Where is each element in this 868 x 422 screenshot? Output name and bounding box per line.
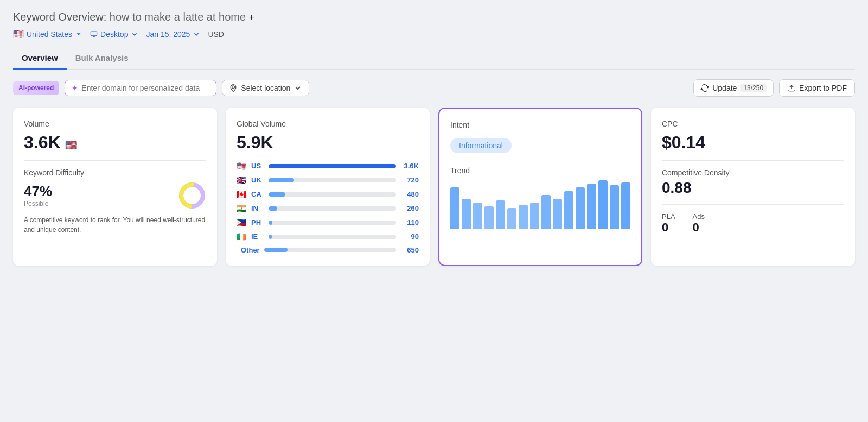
domain-input-wrap: ✦ [65,80,216,96]
trend-bar [587,184,596,229]
difficulty-sublabel: Possible [24,200,170,207]
trend-bar [541,195,551,229]
toolbar: AI-powered ✦ Select location Update 13/2… [13,79,855,97]
ads-item: Ads 0 [693,212,705,235]
bar-fill [269,206,277,211]
trend-bar [484,206,494,229]
country-value: 90 [400,232,419,241]
country-value: 3.6K [400,162,419,170]
cpc-card: CPC $0.14 Competitive Density 0.88 PLA 0… [651,108,855,266]
currency-label: USD [208,30,224,39]
difficulty-value: 47% [24,183,170,200]
keyword-text: how to make a latte at home [110,11,246,23]
us-flag: 🇺🇸 [13,29,24,39]
country-value: 720 [400,176,419,184]
country-code: Other [241,246,260,254]
add-to-list-icon[interactable]: + [249,12,254,22]
country-flag: 🇨🇦 [237,190,247,199]
select-location-btn[interactable]: Select location [222,80,309,96]
bar-background [269,164,396,168]
update-button[interactable]: Update 13/250 [693,79,774,97]
domain-input[interactable] [81,84,209,92]
country-flag: 🇺🇸 [237,161,247,171]
country-list: 🇺🇸 US 3.6K 🇬🇧 UK 720 🇨🇦 CA 480 🇮🇳 IN [237,161,419,254]
country-flag: 🇮🇪 [237,232,247,242]
intent-label: Intent [450,121,630,129]
trend-label: Trend [450,166,630,175]
location-filter[interactable]: 🇺🇸 United States [13,29,82,39]
trend-bar [450,187,459,229]
country-code[interactable]: PH [251,218,264,226]
chevron-down-icon [193,30,200,38]
country-value: 260 [400,204,419,212]
cpc-label: CPC [662,119,844,128]
title-prefix: Keyword Overview: [13,11,106,23]
export-label: Export to PDF [799,84,847,92]
trend-bar [507,208,516,229]
trend-bar [519,205,528,229]
bar-background [269,178,396,182]
ads-value: 0 [693,221,705,235]
bar-fill [264,248,288,252]
competitive-density-label: Competitive Density [662,168,844,177]
bar-background [269,235,396,239]
date-filter[interactable]: Jan 15, 2025 [146,30,200,39]
pla-item: PLA 0 [662,212,675,235]
global-volume-value: 5.9K [237,133,419,153]
refresh-icon [700,84,709,92]
country-code[interactable]: CA [251,190,264,198]
global-volume-card: Global Volume 5.9K 🇺🇸 US 3.6K 🇬🇧 UK 720 … [226,108,430,266]
tab-overview[interactable]: Overview [13,48,67,70]
trend-bar [598,180,608,229]
device-label: Desktop [100,30,128,39]
tabs: Overview Bulk Analysis [13,48,855,70]
trend-bar [473,203,482,229]
bar-fill [269,164,396,168]
difficulty-description: A competitive keyword to rank for. You w… [24,215,206,235]
country-code[interactable]: UK [251,176,264,184]
ai-powered-badge: AI-powered [13,81,59,95]
kd-label: Keyword Difficulty [24,168,206,177]
trend-bar [621,182,630,229]
device-filter[interactable]: Desktop [90,30,138,39]
bar-fill [269,235,272,239]
ads-label: Ads [693,212,705,221]
page-header: Keyword Overview: how to make a latte at… [13,11,855,23]
location-label: United States [27,30,72,39]
toolbar-right: Update 13/250 Export to PDF [693,79,855,97]
country-value: 110 [400,218,419,226]
bar-background [269,206,396,211]
update-label: Update [712,84,737,92]
export-button[interactable]: Export to PDF [779,79,855,97]
country-flag: 🇬🇧 [237,175,247,185]
location-label: Select location [241,84,290,92]
country-value: 650 [400,246,419,254]
difficulty-row: 47% Possible [24,181,206,210]
pla-value: 0 [662,221,675,235]
intent-card: Intent Informational Trend [438,108,642,266]
chevron-down-icon [75,30,82,38]
sparkle-icon: ✦ [72,84,78,92]
country-code[interactable]: US [251,162,264,170]
list-item: 🇺🇸 US 3.6K [237,161,419,171]
cards-grid: Volume 3.6K 🇺🇸 Keyword Difficulty 47% Po… [13,108,855,266]
trend-bar [564,191,573,229]
svg-rect-0 [91,32,97,36]
list-item: Other 650 [237,246,419,254]
trend-bar [496,200,505,229]
country-code[interactable]: IN [251,204,264,212]
tab-bulk-analysis[interactable]: Bulk Analysis [67,48,137,70]
bar-background [264,248,396,252]
chevron-down-icon [131,30,138,38]
trend-bar [553,199,562,229]
date-label: Jan 15, 2025 [146,30,190,39]
country-flag: 🇵🇭 [237,218,247,228]
trend-chart [450,180,630,229]
filter-bar: 🇺🇸 United States Desktop Jan 15, 2025 US… [13,29,855,39]
trend-bar [530,203,539,229]
volume-label: Volume [24,119,206,128]
trend-bar [462,199,471,229]
intent-badge: Informational [450,138,512,153]
country-code[interactable]: IE [251,232,264,241]
desktop-icon [90,30,98,38]
